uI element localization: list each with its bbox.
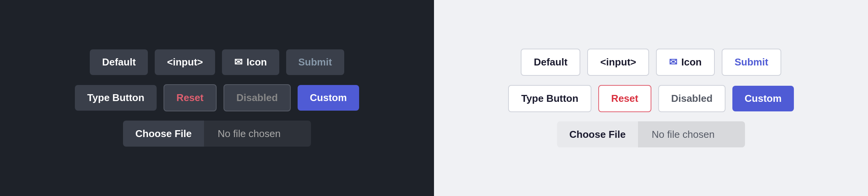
dark-choose-file-button[interactable]: Choose File — [123, 121, 204, 147]
light-row-1: Default <input> ✉ Icon Submit — [521, 49, 781, 76]
dark-file-input[interactable]: Choose File No file chosen — [123, 121, 311, 147]
dark-input-button[interactable]: <input> — [155, 49, 215, 75]
light-icon-label: Icon — [681, 56, 701, 68]
light-input-button[interactable]: <input> — [587, 49, 649, 76]
dark-typebutton-button[interactable]: Type Button — [75, 85, 157, 111]
dark-no-file-label: No file chosen — [204, 121, 311, 147]
envelope-icon: ✉ — [234, 56, 243, 68]
light-reset-button[interactable]: Reset — [598, 85, 651, 112]
envelope-icon-light: ✉ — [669, 56, 677, 68]
light-disabled-button[interactable]: Disabled — [658, 85, 725, 112]
dark-reset-button[interactable]: Reset — [164, 84, 217, 111]
dark-row-2: Type Button Reset Disabled Custom — [75, 84, 359, 111]
dark-disabled-button[interactable]: Disabled — [223, 84, 291, 111]
light-panel: Default <input> ✉ Icon Submit Type Butto… — [434, 0, 868, 196]
light-choose-file-button[interactable]: Choose File — [557, 121, 638, 147]
light-row-2: Type Button Reset Disabled Custom — [508, 85, 794, 112]
light-default-button[interactable]: Default — [521, 49, 580, 76]
light-no-file-label: No file chosen — [638, 121, 745, 147]
light-custom-button[interactable]: Custom — [732, 86, 794, 111]
dark-row-1: Default <input> ✉ Icon Submit — [90, 49, 344, 75]
dark-icon-button[interactable]: ✉ Icon — [222, 49, 279, 75]
dark-panel: Default <input> ✉ Icon Submit Type Butto… — [0, 0, 434, 196]
light-icon-button[interactable]: ✉ Icon — [656, 49, 714, 76]
light-typebutton-button[interactable]: Type Button — [508, 85, 591, 112]
dark-custom-button[interactable]: Custom — [298, 85, 359, 111]
dark-icon-label: Icon — [246, 56, 267, 68]
light-file-input[interactable]: Choose File No file chosen — [557, 121, 745, 147]
light-submit-button[interactable]: Submit — [722, 49, 781, 76]
dark-default-button[interactable]: Default — [90, 49, 148, 75]
dark-submit-button[interactable]: Submit — [286, 49, 344, 75]
